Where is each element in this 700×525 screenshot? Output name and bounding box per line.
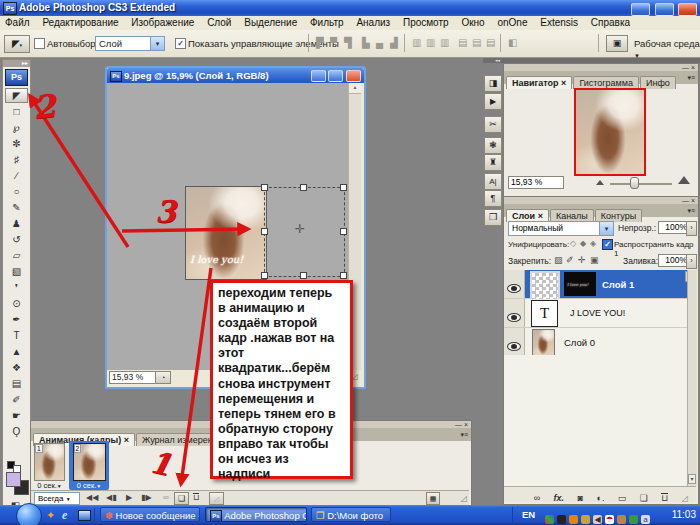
- scroll-down-arrow[interactable]: ▾: [688, 474, 696, 484]
- quicklaunch-ie-icon[interactable]: e: [62, 508, 67, 523]
- layer1-thumbnail[interactable]: [530, 271, 560, 301]
- resize-grip-icon[interactable]: ◿: [461, 494, 467, 503]
- menu-filter[interactable]: Фильтр: [305, 16, 349, 30]
- layer-style-icon[interactable]: fx.: [554, 493, 565, 503]
- visibility-cell[interactable]: [504, 328, 525, 356]
- minimize-icon[interactable]: —: [682, 197, 689, 204]
- close-icon[interactable]: ×: [691, 64, 695, 71]
- frame2-delay[interactable]: 0 сек.▼: [69, 481, 109, 490]
- visibility-cell[interactable]: [504, 270, 525, 298]
- new-frame-button[interactable]: ❏: [174, 492, 189, 505]
- tool-dodge[interactable]: ⊙: [6, 296, 27, 311]
- dock-paragraph-button[interactable]: ¶: [484, 190, 502, 207]
- autoselect-checkbox[interactable]: [34, 38, 45, 49]
- tool-pen[interactable]: ✒: [6, 312, 27, 327]
- toolbox-collapse-bar[interactable]: ▸▸: [3, 60, 30, 67]
- document-titlebar[interactable]: Ps 9.jpeg @ 15,9% (Слой 1, RGB/8): [107, 68, 364, 83]
- menu-image[interactable]: Изображение: [126, 16, 199, 30]
- tool-notes[interactable]: ▤: [6, 376, 27, 391]
- delete-layer-icon[interactable]: ⊔: [661, 493, 668, 502]
- layers-scrollbar[interactable]: ▾: [687, 270, 697, 486]
- tray-printer-icon[interactable]: [557, 515, 566, 524]
- unify-position-icon[interactable]: ◇: [570, 239, 576, 248]
- animation-frame-1[interactable]: 1 0 сек.▼: [34, 443, 65, 490]
- tray-speaker-icon[interactable]: [581, 515, 590, 524]
- close-icon[interactable]: ×: [691, 197, 695, 204]
- menu-analysis[interactable]: Анализ: [351, 16, 395, 30]
- layer-name[interactable]: Слой 1: [602, 279, 634, 290]
- menu-view[interactable]: Просмотр: [398, 16, 454, 30]
- zoom-out-icon[interactable]: [596, 180, 604, 185]
- dock-layer-comps-button[interactable]: ❒: [484, 209, 502, 226]
- scroll-up-arrow[interactable]: ▴: [349, 83, 361, 94]
- navigator-zoom-field[interactable]: 15,93 %: [508, 176, 564, 189]
- tool-blur[interactable]: ❜: [6, 280, 27, 295]
- tool-crop[interactable]: ♯: [6, 152, 27, 167]
- resize-grip-icon[interactable]: ◿: [682, 494, 688, 503]
- quicklaunch-icon-1[interactable]: ✦: [46, 509, 55, 522]
- menu-file[interactable]: Файл: [0, 16, 35, 30]
- animation-frame-2-selected[interactable]: 2 0 сек.▼: [69, 441, 109, 490]
- tool-history-brush[interactable]: ↺: [6, 232, 27, 247]
- task-photoshop[interactable]: Ps Adobe Photoshop CS...: [205, 507, 307, 522]
- link-layers-icon[interactable]: ∞: [534, 493, 540, 503]
- doc-zoom-field[interactable]: 15,93 %: [109, 371, 157, 384]
- task-folder[interactable]: ❐ D:\Мои фото: [311, 507, 391, 522]
- layer-row-layer1[interactable]: I love you! Слой 1 ▴: [504, 270, 696, 299]
- quicklaunch-desktop-icon[interactable]: [78, 510, 91, 521]
- adjustment-layer-icon[interactable]: ◐.: [596, 493, 604, 503]
- navigator-view-box[interactable]: [574, 88, 646, 176]
- tool-hand[interactable]: ☛: [6, 408, 27, 423]
- autoselect-target-select[interactable]: Слой: [95, 36, 155, 51]
- tool-move[interactable]: ◤: [5, 88, 28, 103]
- menu-help[interactable]: Справка: [586, 16, 635, 30]
- tween-button[interactable]: ∞: [163, 493, 169, 502]
- dock-tool-presets-button[interactable]: ✂: [484, 116, 502, 133]
- doc-maximize-button[interactable]: [328, 70, 343, 82]
- text-layer-thumbnail[interactable]: T: [531, 300, 558, 327]
- close-icon[interactable]: ×: [464, 421, 468, 428]
- transform-handle[interactable]: [300, 184, 307, 191]
- tool-slice[interactable]: ∕: [6, 168, 27, 183]
- tool-brush[interactable]: ✎: [6, 200, 27, 215]
- tool-eraser[interactable]: ▱: [6, 248, 27, 263]
- layer-name[interactable]: J LOVE YOU!: [570, 308, 625, 318]
- delete-frame-button[interactable]: ⊔: [193, 493, 199, 502]
- menu-extensis[interactable]: Extensis: [535, 16, 583, 30]
- layer-name[interactable]: Слой 0: [564, 337, 595, 348]
- panel-menu-icon[interactable]: ▾≡: [460, 428, 471, 441]
- dock-brushes-button[interactable]: ❃: [484, 137, 502, 154]
- blend-mode-select[interactable]: Нормальный: [508, 221, 602, 236]
- tool-type[interactable]: T: [6, 328, 27, 343]
- lock-pixels-icon[interactable]: ✐: [566, 255, 574, 265]
- task-message-window[interactable]: ✽ Новое сообщение - ...: [100, 507, 200, 522]
- tool-gradient[interactable]: ▧: [6, 264, 27, 279]
- transform-handle[interactable]: [261, 228, 268, 235]
- step-forward-button[interactable]: ▮▶: [141, 493, 152, 502]
- tray-icon[interactable]: [617, 515, 626, 524]
- tool-clone-stamp[interactable]: ♟: [6, 216, 27, 231]
- transform-handle[interactable]: [340, 228, 347, 235]
- frame1-delay[interactable]: 0 сек.▼: [34, 481, 65, 490]
- propagate-checkbox[interactable]: ✓: [602, 239, 613, 250]
- transform-handle[interactable]: [340, 184, 347, 191]
- menu-onone[interactable]: onOne: [492, 16, 532, 30]
- tool-magic-wand[interactable]: ✼: [6, 136, 27, 151]
- tray-icon[interactable]: [629, 515, 638, 524]
- dock-character-button[interactable]: A|: [484, 173, 502, 190]
- layer-row-text[interactable]: T J LOVE YOU!: [504, 299, 696, 328]
- tray-volume-icon[interactable]: ◀: [593, 515, 602, 524]
- current-tool-icon[interactable]: ◤▾: [4, 35, 30, 53]
- zoom-slider-thumb[interactable]: [630, 177, 639, 189]
- new-group-icon[interactable]: ▭: [618, 493, 627, 503]
- step-back-button[interactable]: ◀▮: [106, 493, 117, 502]
- blend-mode-dropdown-icon[interactable]: ▾: [599, 221, 614, 236]
- rewind-button[interactable]: ◀◀: [86, 493, 98, 502]
- doc-minimize-button[interactable]: [311, 70, 326, 82]
- tool-lasso[interactable]: ℘: [6, 120, 27, 135]
- minimize-icon[interactable]: —: [455, 421, 462, 428]
- tray-antivirus-icon[interactable]: ☂: [605, 515, 614, 524]
- tool-zoom[interactable]: Ǫ: [6, 424, 27, 439]
- panel-menu-icon[interactable]: ▾≡: [687, 204, 698, 217]
- dock-actions-button[interactable]: ▶: [484, 93, 502, 110]
